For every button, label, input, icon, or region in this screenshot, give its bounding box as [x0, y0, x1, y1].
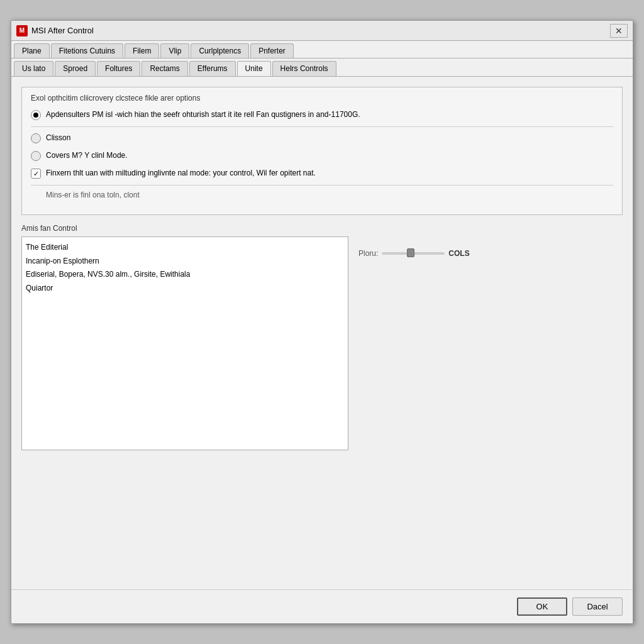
main-window: M MSI After Control ✕ Plane Fitetions Cu… [11, 20, 633, 624]
content-area: Exol opthcitim cliicrovery clcstece fikl… [11, 77, 633, 589]
button-row: OK Dacel [11, 589, 633, 623]
radio-option3[interactable] [31, 151, 41, 161]
fan-section-body: The Editerial Incanip-on Esplothern Edis… [21, 236, 623, 450]
option-2: Clisson [31, 132, 613, 143]
options-section: Exol opthcitim cliicrovery clcstece fikl… [21, 87, 623, 215]
tab-rectams[interactable]: Rectams [142, 61, 187, 76]
tab-filem[interactable]: Filem [125, 43, 159, 58]
option4-text: Finxern thlt uan with miltuding inglivnt… [46, 167, 316, 179]
app-icon: M [16, 25, 28, 36]
title-bar-left: M MSI After Control [16, 25, 94, 36]
fan-list-item-3: Ediserial, Bopera, NVS.30 alm., Girsite,… [26, 268, 344, 282]
slider-thumb[interactable] [407, 248, 414, 257]
tab-sproed[interactable]: Sproed [55, 61, 96, 76]
tab-uslato[interactable]: Us lato [14, 61, 53, 76]
tab-curlplptencs[interactable]: Curlplptencs [191, 43, 249, 58]
tab-vlip[interactable]: Vlip [160, 43, 189, 58]
tab-efferums[interactable]: Efferums [189, 61, 236, 76]
option-4: Finxern thlt uan with miltuding inglivnt… [31, 167, 613, 179]
fan-section: Amis fan Control The Editerial Incanip-o… [21, 224, 623, 450]
radio-option2[interactable] [31, 133, 41, 143]
tab-foltures[interactable]: Foltures [97, 61, 140, 76]
ok-button[interactable]: OK [517, 597, 567, 616]
separator-1 [31, 126, 613, 127]
fan-list-box[interactable]: The Editerial Incanip-on Esplothern Edis… [21, 236, 348, 450]
section-label: Exol opthcitim cliicrovery clcstece fikl… [31, 94, 613, 103]
fan-list-item-4: Quiartor [26, 282, 344, 296]
tab-unite[interactable]: Unite [237, 61, 271, 76]
window-title: MSI After Control [31, 26, 94, 35]
fan-list-item-2: Incanip-on Esplothern [26, 255, 344, 269]
option1-text: Apdensulters PM isl -wich hian the seefr… [46, 109, 360, 120]
title-bar: M MSI After Control ✕ [11, 21, 633, 41]
separator-2 [31, 185, 613, 186]
sub-text: Mins-er is finl ona toln, clont [46, 191, 613, 199]
tab-plane[interactable]: Plane [14, 43, 50, 58]
cancel-button[interactable]: Dacel [572, 597, 623, 616]
fan-section-label: Amis fan Control [21, 224, 623, 233]
slider-unit: COLS [448, 249, 469, 258]
tab-fitetions[interactable]: Fitetions Cutuins [51, 43, 123, 58]
tab-pnferter[interactable]: Pnferter [250, 43, 294, 58]
slider-track[interactable] [382, 252, 445, 255]
option-3: Covers M? Y clinl Mode. [31, 150, 613, 161]
tab-row-2: Us lato Sproed Foltures Rectams Efferums… [11, 58, 633, 77]
tab-row-1: Plane Fitetions Cutuins Filem Vlip Curlp… [11, 41, 633, 58]
radio-option1[interactable] [31, 110, 41, 120]
tab-helrs[interactable]: Helrs Controls [272, 61, 336, 76]
slider-label: Ploru: [358, 249, 378, 258]
close-button[interactable]: ✕ [610, 24, 628, 38]
option3-text: Covers M? Y clinl Mode. [46, 150, 128, 161]
fan-list-item-1: The Editerial [26, 241, 344, 255]
option2-text: Clisson [46, 132, 70, 143]
slider-row: Ploru: COLS [358, 249, 470, 258]
fan-controls-right: Ploru: COLS [358, 236, 470, 258]
option-1: Apdensulters PM isl -wich hian the seefr… [31, 109, 613, 120]
checkbox-option4[interactable] [31, 169, 41, 179]
